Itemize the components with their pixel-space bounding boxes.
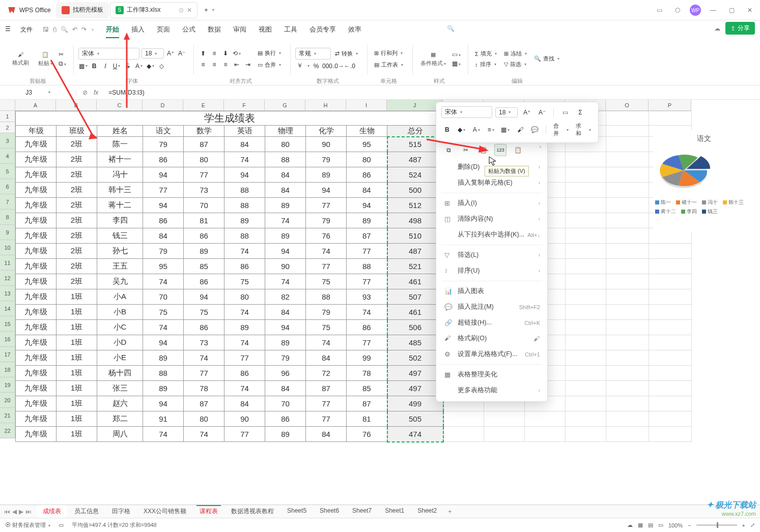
cell-r20-c9[interactable]: 499 xyxy=(387,396,443,411)
row-col-button[interactable]: ⊞ 行和列▾ xyxy=(372,48,405,58)
cell-r15-c2[interactable]: 小C xyxy=(97,320,143,335)
cell-r3-c5[interactable]: 84 xyxy=(224,137,265,152)
minimize-button[interactable]: — xyxy=(707,4,719,16)
cell-r16-c7[interactable]: 74 xyxy=(306,335,347,350)
cm-paste-special-icon[interactable]: 📋 xyxy=(512,144,524,156)
cell-r11-c8[interactable]: 88 xyxy=(347,259,387,274)
cell-r17-c8[interactable]: 99 xyxy=(347,350,387,366)
cell-r14-c3[interactable]: 75 xyxy=(143,305,184,320)
cell-r16-c1[interactable]: 1班 xyxy=(57,335,97,350)
view-normal-icon[interactable]: ▦ xyxy=(638,522,643,528)
cell-r12-c4[interactable]: 86 xyxy=(184,274,224,289)
cell-r7-c5[interactable]: 88 xyxy=(224,198,265,213)
view-reader-icon[interactable]: ▭ xyxy=(658,522,663,528)
header-7[interactable]: 化学 xyxy=(306,126,347,137)
cell-r16-c6[interactable]: 89 xyxy=(265,335,306,350)
menu-tab-公式[interactable]: 公式 xyxy=(182,22,195,37)
share-button[interactable]: ⇪分享 xyxy=(725,22,755,35)
comma-icon[interactable]: 000 xyxy=(323,62,332,71)
cell-r17-c9[interactable]: 502 xyxy=(387,350,443,366)
select-all-corner[interactable] xyxy=(0,100,15,111)
cell-r8-c9[interactable]: 498 xyxy=(387,213,443,228)
cell-r17-c3[interactable]: 89 xyxy=(143,350,184,366)
cell-r20-c8[interactable]: 87 xyxy=(347,396,387,411)
currency-icon[interactable]: ￥ xyxy=(295,62,304,71)
redo-icon[interactable]: ↷ xyxy=(81,26,87,33)
row-header-14[interactable]: 14 xyxy=(0,301,15,316)
mini-comment-icon[interactable]: 💬 xyxy=(529,124,541,135)
cell-r10-c5[interactable]: 74 xyxy=(224,244,265,259)
cell-r18-c8[interactable]: 78 xyxy=(347,366,387,381)
cell-r11-c4[interactable]: 85 xyxy=(184,259,224,274)
style-icon2[interactable]: ▦▾ xyxy=(452,60,461,67)
cell-r11-c6[interactable]: 90 xyxy=(265,259,306,274)
cell-r3-c2[interactable]: 陈一 xyxy=(97,137,143,152)
cell-r5-c0[interactable]: 九年级 xyxy=(16,167,57,183)
cell-r5-c8[interactable]: 86 xyxy=(347,167,387,183)
cell-r5-c1[interactable]: 2班 xyxy=(57,167,97,183)
tab-first-icon[interactable]: ⏮ xyxy=(4,508,10,515)
tab-close-icon[interactable]: ✕ xyxy=(187,7,192,14)
fill-button[interactable]: Σ 填充▾ xyxy=(473,49,499,58)
maximize-button[interactable]: ▢ xyxy=(725,4,738,16)
cell-r8-c7[interactable]: 79 xyxy=(306,213,347,228)
cell-r18-c1[interactable]: 1班 xyxy=(57,366,97,381)
cell-r18-c2[interactable]: 杨十四 xyxy=(97,366,143,381)
align-center-icon[interactable]: ≡ xyxy=(210,60,219,69)
cell-r22-c1[interactable]: 1班 xyxy=(57,427,97,442)
menu-tab-工具[interactable]: 工具 xyxy=(284,22,297,37)
cell-r17-c4[interactable]: 74 xyxy=(184,350,224,366)
cell-r16-c9[interactable]: 485 xyxy=(387,335,443,350)
cell-r3-c6[interactable]: 80 xyxy=(265,137,306,152)
cell-r13-c0[interactable]: 九年级 xyxy=(16,289,57,305)
cell-r9-c6[interactable]: 89 xyxy=(265,228,306,244)
cell-r13-c9[interactable]: 507 xyxy=(387,289,443,305)
row-header-16[interactable]: 16 xyxy=(0,332,15,347)
cell-r9-c2[interactable]: 钱三 xyxy=(97,228,143,244)
cell-r7-c3[interactable]: 94 xyxy=(143,198,184,213)
row-header-4[interactable]: 4 xyxy=(0,149,15,164)
cell-r12-c0[interactable]: 九年级 xyxy=(16,274,57,289)
cell-r12-c3[interactable]: 74 xyxy=(143,274,184,289)
col-header-I[interactable]: I xyxy=(346,100,387,111)
cell-r22-c6[interactable]: 89 xyxy=(265,427,306,442)
save-icon[interactable]: 🖫 xyxy=(43,26,49,33)
cell-r19-c3[interactable]: 89 xyxy=(143,381,184,396)
cm-item-筛选(L)[interactable]: ▽筛选(L)› xyxy=(436,247,547,263)
row-header-1[interactable]: 1 xyxy=(0,111,15,122)
cell-r5-c5[interactable]: 94 xyxy=(224,167,265,183)
cell-r7-c9[interactable]: 512 xyxy=(387,198,443,213)
cell-r22-c2[interactable]: 周八 xyxy=(97,427,143,442)
cell-r18-c4[interactable]: 77 xyxy=(184,366,224,381)
inc-decimal-icon[interactable]: .0→ xyxy=(334,62,343,71)
cm-item-格式刷(O)[interactable]: 🖌格式刷(O)🖌 xyxy=(436,331,547,346)
mini-font-color-icon[interactable]: A▾ xyxy=(470,124,482,135)
mini-bold-icon[interactable]: B xyxy=(441,124,453,135)
row-header-8[interactable]: 8 xyxy=(0,210,15,225)
cell-r8-c1[interactable]: 2班 xyxy=(57,213,97,228)
cell-r4-c2[interactable]: 褚十一 xyxy=(97,152,143,167)
row-header-6[interactable]: 6 xyxy=(0,179,15,194)
cell-r5-c3[interactable]: 94 xyxy=(143,167,184,183)
cell-r11-c7[interactable]: 77 xyxy=(306,259,347,274)
menu-tab-开始[interactable]: 开始 xyxy=(106,22,119,37)
cell-r12-c1[interactable]: 2班 xyxy=(57,274,97,289)
cell-r15-c3[interactable]: 74 xyxy=(143,320,184,335)
freeze-button[interactable]: ⊞ 冻结▾ xyxy=(502,49,529,58)
cell-r12-c9[interactable]: 461 xyxy=(387,274,443,289)
cell-r6-c0[interactable]: 九年级 xyxy=(16,183,57,198)
cell-r18-c5[interactable]: 86 xyxy=(224,366,265,381)
cell-r16-c5[interactable]: 74 xyxy=(224,335,265,350)
menu-tab-数据[interactable]: 数据 xyxy=(208,22,221,37)
cell-r6-c4[interactable]: 73 xyxy=(184,183,224,198)
sheet-tab-数据透视表教程[interactable]: 数据透视表教程 xyxy=(225,505,280,518)
cell-r14-c7[interactable]: 79 xyxy=(306,305,347,320)
indent-dec-icon[interactable]: ⇤ xyxy=(232,60,241,69)
mini-merge-icon[interactable]: ▭ xyxy=(559,107,571,118)
cell-r13-c5[interactable]: 80 xyxy=(224,289,265,305)
cell-r16-c2[interactable]: 小D xyxy=(97,335,143,350)
cm-item-插入(I)[interactable]: ⊞插入(I)› xyxy=(436,195,547,211)
cell-r16-c3[interactable]: 94 xyxy=(143,335,184,350)
cell-r8-c2[interactable]: 李四 xyxy=(97,213,143,228)
cell-r5-c6[interactable]: 84 xyxy=(265,167,306,183)
